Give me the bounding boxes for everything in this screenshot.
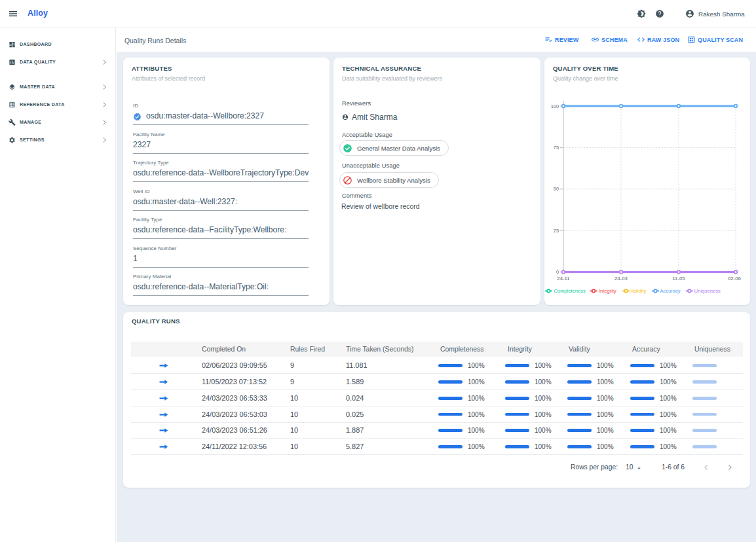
svg-text:Uniqueness: Uniqueness — [694, 288, 721, 294]
svg-text:100: 100 — [551, 103, 559, 109]
svg-text:Completeness: Completeness — [554, 288, 586, 294]
svg-text:50: 50 — [554, 186, 559, 192]
svg-text:24-11: 24-11 — [557, 276, 569, 281]
svg-text:11-05: 11-05 — [672, 276, 685, 281]
svg-text:75: 75 — [554, 145, 559, 151]
svg-text:Validity: Validity — [630, 288, 646, 294]
svg-text:24-03: 24-03 — [614, 276, 628, 281]
svg-text:25: 25 — [554, 228, 559, 234]
svg-text:02-06: 02-06 — [728, 276, 741, 281]
svg-text:0: 0 — [556, 269, 559, 275]
svg-text:Accuracy: Accuracy — [660, 288, 680, 294]
svg-text:Integrity: Integrity — [599, 288, 616, 294]
